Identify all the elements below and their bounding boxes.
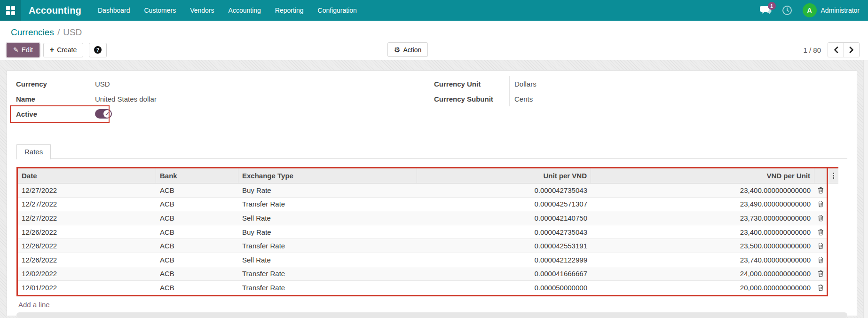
messages-button[interactable]: 1 (759, 5, 772, 16)
pager: 1 / 80 (803, 42, 868, 57)
cell-date: 12/26/2022 (18, 239, 156, 253)
table-row[interactable]: 12/26/2022ACBTransfer Rate0.000042553191… (18, 239, 827, 253)
tab-rates[interactable]: Rates (16, 144, 51, 159)
trash-icon (818, 200, 824, 207)
optional-columns-button[interactable] (828, 167, 838, 183)
menu-vendors[interactable]: Vendors (190, 7, 214, 14)
cell-exchange-type: Transfer Rate (238, 239, 417, 253)
delete-row-button[interactable] (814, 239, 827, 253)
button-row: ✎ Edit + Create ? ⚙ Action 1 / 80 (0, 40, 868, 60)
ellipsis-icon (833, 173, 834, 179)
cell-vnd-per-unit: 23,500.000000000000 (591, 239, 814, 253)
odoo-accounting-screen: Accounting DashboardCustomersVendorsAcco… (0, 0, 868, 318)
trash-icon (818, 256, 824, 263)
column-header-date[interactable]: Date (18, 168, 156, 183)
delete-row-button[interactable] (814, 281, 827, 295)
cell-bank: ACB (156, 281, 238, 295)
column-header-bank[interactable]: Bank (156, 168, 238, 183)
menu-configuration[interactable]: Configuration (318, 7, 357, 14)
currency-unit-value[interactable]: Dollars (509, 76, 763, 91)
active-label: Active (16, 110, 90, 118)
question-icon: ? (94, 46, 102, 54)
table-row[interactable]: 12/27/2022ACBBuy Rate0.00004273504323,40… (18, 183, 827, 198)
app-title[interactable]: Accounting (29, 5, 81, 16)
delete-row-button[interactable] (814, 198, 827, 211)
menu-customers[interactable]: Customers (144, 7, 176, 14)
content-background: Currency USD Name United States dollar A… (0, 60, 868, 318)
column-header-unit-per-vnd[interactable]: Unit per VND (417, 168, 591, 183)
field-currency: Currency USD (16, 76, 345, 91)
currency-value[interactable]: USD (90, 76, 345, 91)
cell-bank: ACB (156, 211, 238, 225)
delete-row-button[interactable] (814, 183, 827, 197)
trash-icon (818, 187, 824, 194)
column-header-exchange-type[interactable]: Exchange Type (238, 168, 417, 183)
cell-exchange-type: Transfer Rate (238, 198, 417, 211)
avatar: A (803, 3, 817, 17)
trash-icon (818, 242, 824, 249)
menu-accounting[interactable]: Accounting (229, 7, 261, 14)
main-menu: DashboardCustomersVendorsAccountingRepor… (98, 7, 357, 14)
field-currency-subunit: Currency Subunit Cents (434, 91, 763, 106)
rates-table-body: 12/27/2022ACBBuy Rate0.00004273504323,40… (18, 183, 827, 295)
pager-previous-button[interactable] (828, 43, 844, 57)
vertical-scrollbar[interactable] (863, 60, 868, 318)
cell-unit-per-vnd: 0.000042571307 (417, 198, 591, 211)
horizontal-scrollbar[interactable] (16, 312, 847, 318)
table-row[interactable]: 12/27/2022ACBSell Rate0.00004214075023,7… (18, 211, 827, 225)
clock-icon (782, 5, 792, 16)
column-header-actions (814, 168, 827, 183)
delete-row-button[interactable] (814, 267, 827, 281)
cell-date: 12/27/2022 (18, 211, 156, 225)
user-menu[interactable]: A Administrator (803, 3, 860, 17)
table-row[interactable]: 12/26/2022ACBSell Rate0.00004212299923,7… (18, 253, 827, 267)
pager-next-button[interactable] (844, 43, 859, 57)
apps-menu-button[interactable] (0, 0, 21, 21)
cell-vnd-per-unit: 20,000.000000000000 (591, 281, 814, 295)
cell-vnd-per-unit: 23,740.000000000000 (591, 253, 814, 267)
active-toggle[interactable]: ✓ (95, 109, 112, 119)
cell-exchange-type: Sell Rate (238, 211, 417, 225)
pager-count: 1 / 80 (803, 46, 821, 54)
cell-vnd-per-unit: 24,000.000000000000 (591, 267, 814, 281)
help-button[interactable]: ? (89, 43, 107, 57)
notebook-tabs: Rates (16, 144, 847, 159)
toggle-check-icon: ✓ (103, 110, 111, 118)
cell-date: 12/01/2022 (18, 281, 156, 295)
form-right-group: Currency Unit Dollars Currency Subunit C… (434, 76, 763, 106)
currency-subunit-value[interactable]: Cents (509, 91, 763, 106)
cell-bank: ACB (156, 253, 238, 267)
cell-vnd-per-unit: 23,730.000000000000 (591, 211, 814, 225)
cell-vnd-per-unit: 23,400.000000000000 (591, 225, 814, 239)
cell-bank: ACB (156, 198, 238, 211)
top-navbar: Accounting DashboardCustomersVendorsAcco… (0, 0, 868, 21)
rates-table-zone: Date Bank Exchange Type Unit per VND VND… (16, 167, 847, 296)
cell-unit-per-vnd: 0.000050000000 (417, 281, 591, 295)
trash-icon (818, 229, 824, 236)
currency-form: Currency USD Name United States dollar A… (7, 71, 857, 132)
menu-reporting[interactable]: Reporting (275, 7, 304, 14)
currency-subunit-label: Currency Subunit (434, 95, 509, 103)
cell-unit-per-vnd: 0.000041666667 (417, 267, 591, 281)
name-value[interactable]: United States dollar (90, 91, 345, 106)
cell-bank: ACB (156, 267, 238, 281)
delete-row-button[interactable] (814, 253, 827, 267)
field-active: Active ✓ (16, 106, 345, 121)
breadcrumb-current: USD (63, 27, 82, 38)
gear-icon: ⚙ (394, 46, 400, 53)
edit-button[interactable]: ✎ Edit (7, 43, 39, 57)
delete-row-button[interactable] (814, 211, 827, 225)
table-row[interactable]: 12/26/2022ACBBuy Rate0.00004273504323,40… (18, 225, 827, 239)
table-row[interactable]: 12/01/2022ACBTransfer Rate0.000050000000… (18, 281, 827, 295)
delete-row-button[interactable] (814, 225, 827, 239)
add-a-line-link[interactable]: Add a line (18, 301, 50, 309)
breadcrumb-currencies-link[interactable]: Currencies (11, 27, 54, 38)
create-button[interactable]: + Create (43, 43, 83, 57)
column-header-vnd-per-unit[interactable]: VND per Unit (591, 168, 814, 183)
trash-icon (818, 270, 824, 277)
table-row[interactable]: 12/02/2022ACBTransfer Rate0.000041666667… (18, 267, 827, 281)
action-button[interactable]: ⚙ Action (387, 42, 428, 57)
menu-dashboard[interactable]: Dashboard (98, 7, 130, 14)
table-row[interactable]: 12/27/2022ACBTransfer Rate0.000042571307… (18, 198, 827, 212)
activities-button[interactable] (782, 5, 792, 16)
